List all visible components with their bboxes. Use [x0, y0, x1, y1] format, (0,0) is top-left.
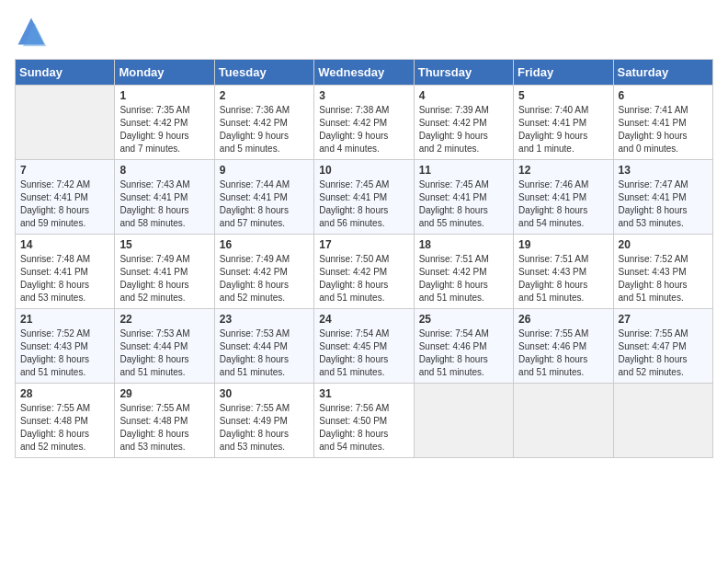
day-number: 16: [220, 238, 309, 251]
day-number: 9: [220, 164, 309, 177]
calendar-cell: [514, 384, 613, 458]
day-info: Sunrise: 7:38 AMSunset: 4:42 PMDaylight:…: [319, 104, 408, 155]
calendar-cell: 14Sunrise: 7:48 AMSunset: 4:41 PMDayligh…: [16, 235, 115, 309]
day-header-thursday: Thursday: [414, 60, 513, 86]
day-info: Sunrise: 7:42 AMSunset: 4:41 PMDaylight:…: [20, 178, 109, 230]
calendar-cell: 26Sunrise: 7:55 AMSunset: 4:46 PMDayligh…: [514, 309, 613, 384]
logo-icon: [15, 15, 48, 48]
day-number: 18: [419, 238, 508, 251]
day-info: Sunrise: 7:40 AMSunset: 4:41 PMDaylight:…: [518, 104, 608, 155]
day-header-tuesday: Tuesday: [214, 60, 313, 86]
calendar-cell: 17Sunrise: 7:50 AMSunset: 4:42 PMDayligh…: [314, 235, 414, 309]
day-number: 21: [20, 313, 109, 326]
day-number: 23: [220, 313, 309, 326]
logo: [15, 15, 51, 48]
day-number: 1: [119, 89, 209, 102]
day-number: 3: [319, 89, 408, 102]
calendar-cell: [613, 384, 712, 458]
day-number: 30: [220, 387, 309, 400]
day-info: Sunrise: 7:49 AMSunset: 4:41 PMDaylight:…: [119, 253, 209, 304]
day-number: 6: [619, 89, 708, 102]
day-info: Sunrise: 7:39 AMSunset: 4:42 PMDaylight:…: [419, 104, 508, 155]
calendar-cell: 23Sunrise: 7:53 AMSunset: 4:44 PMDayligh…: [214, 309, 313, 384]
day-info: Sunrise: 7:41 AMSunset: 4:41 PMDaylight:…: [619, 104, 708, 155]
day-number: 31: [319, 387, 408, 400]
calendar-cell: 18Sunrise: 7:51 AMSunset: 4:42 PMDayligh…: [414, 235, 513, 309]
calendar-cell: 5Sunrise: 7:40 AMSunset: 4:41 PMDaylight…: [514, 86, 613, 160]
day-number: 22: [119, 313, 209, 326]
day-info: Sunrise: 7:52 AMSunset: 4:43 PMDaylight:…: [20, 327, 109, 379]
day-header-wednesday: Wednesday: [314, 60, 414, 86]
day-number: 15: [119, 238, 209, 251]
calendar-cell: 28Sunrise: 7:55 AMSunset: 4:48 PMDayligh…: [16, 384, 115, 458]
day-number: 24: [319, 313, 408, 326]
day-info: Sunrise: 7:36 AMSunset: 4:42 PMDaylight:…: [220, 104, 309, 155]
day-info: Sunrise: 7:51 AMSunset: 4:42 PMDaylight:…: [419, 253, 508, 304]
day-number: 28: [20, 387, 109, 400]
calendar-week-1: 1Sunrise: 7:35 AMSunset: 4:42 PMDaylight…: [16, 86, 713, 160]
calendar-week-5: 28Sunrise: 7:55 AMSunset: 4:48 PMDayligh…: [16, 384, 713, 458]
day-info: Sunrise: 7:45 AMSunset: 4:41 PMDaylight:…: [419, 178, 508, 230]
calendar-week-4: 21Sunrise: 7:52 AMSunset: 4:43 PMDayligh…: [16, 309, 713, 384]
day-info: Sunrise: 7:46 AMSunset: 4:41 PMDaylight:…: [518, 178, 608, 230]
day-info: Sunrise: 7:45 AMSunset: 4:41 PMDaylight:…: [319, 178, 408, 230]
calendar-cell: 25Sunrise: 7:54 AMSunset: 4:46 PMDayligh…: [414, 309, 513, 384]
day-info: Sunrise: 7:35 AMSunset: 4:42 PMDaylight:…: [119, 104, 209, 155]
day-number: 4: [419, 89, 508, 102]
calendar-cell: 10Sunrise: 7:45 AMSunset: 4:41 PMDayligh…: [314, 160, 414, 235]
calendar-cell: 7Sunrise: 7:42 AMSunset: 4:41 PMDaylight…: [16, 160, 115, 235]
day-info: Sunrise: 7:49 AMSunset: 4:42 PMDaylight:…: [220, 253, 309, 304]
calendar-cell: 27Sunrise: 7:55 AMSunset: 4:47 PMDayligh…: [613, 309, 712, 384]
calendar-cell: 3Sunrise: 7:38 AMSunset: 4:42 PMDaylight…: [314, 86, 414, 160]
calendar-cell: 1Sunrise: 7:35 AMSunset: 4:42 PMDaylight…: [115, 86, 214, 160]
day-info: Sunrise: 7:47 AMSunset: 4:41 PMDaylight:…: [619, 178, 708, 230]
day-header-saturday: Saturday: [613, 60, 712, 86]
calendar-cell: [414, 384, 513, 458]
day-info: Sunrise: 7:55 AMSunset: 4:47 PMDaylight:…: [619, 327, 708, 379]
calendar-cell: 13Sunrise: 7:47 AMSunset: 4:41 PMDayligh…: [613, 160, 712, 235]
day-number: 19: [518, 238, 608, 251]
day-number: 14: [20, 238, 109, 251]
day-info: Sunrise: 7:51 AMSunset: 4:43 PMDaylight:…: [518, 253, 608, 304]
page-header: [15, 15, 713, 48]
calendar-cell: 2Sunrise: 7:36 AMSunset: 4:42 PMDaylight…: [214, 86, 313, 160]
day-number: 10: [319, 164, 408, 177]
day-info: Sunrise: 7:44 AMSunset: 4:41 PMDaylight:…: [220, 178, 309, 230]
calendar-cell: 20Sunrise: 7:52 AMSunset: 4:43 PMDayligh…: [613, 235, 712, 309]
day-header-monday: Monday: [115, 60, 214, 86]
day-number: 27: [619, 313, 708, 326]
day-number: 8: [119, 164, 209, 177]
day-number: 5: [518, 89, 608, 102]
calendar-cell: 29Sunrise: 7:55 AMSunset: 4:48 PMDayligh…: [115, 384, 214, 458]
day-info: Sunrise: 7:53 AMSunset: 4:44 PMDaylight:…: [119, 327, 209, 379]
day-header-sunday: Sunday: [16, 60, 115, 86]
day-info: Sunrise: 7:50 AMSunset: 4:42 PMDaylight:…: [319, 253, 408, 304]
day-info: Sunrise: 7:52 AMSunset: 4:43 PMDaylight:…: [619, 253, 708, 304]
day-number: 2: [220, 89, 309, 102]
day-info: Sunrise: 7:55 AMSunset: 4:48 PMDaylight:…: [119, 402, 209, 454]
day-number: 11: [419, 164, 508, 177]
calendar-cell: 22Sunrise: 7:53 AMSunset: 4:44 PMDayligh…: [115, 309, 214, 384]
calendar-cell: 16Sunrise: 7:49 AMSunset: 4:42 PMDayligh…: [214, 235, 313, 309]
day-info: Sunrise: 7:54 AMSunset: 4:46 PMDaylight:…: [419, 327, 508, 379]
day-info: Sunrise: 7:48 AMSunset: 4:41 PMDaylight:…: [20, 253, 109, 304]
day-info: Sunrise: 7:55 AMSunset: 4:48 PMDaylight:…: [20, 402, 109, 454]
calendar-cell: 19Sunrise: 7:51 AMSunset: 4:43 PMDayligh…: [514, 235, 613, 309]
day-number: 17: [319, 238, 408, 251]
day-info: Sunrise: 7:55 AMSunset: 4:49 PMDaylight:…: [220, 402, 309, 454]
day-number: 29: [119, 387, 209, 400]
day-number: 26: [518, 313, 608, 326]
calendar-cell: [16, 86, 115, 160]
calendar-cell: 4Sunrise: 7:39 AMSunset: 4:42 PMDaylight…: [414, 86, 513, 160]
calendar-cell: 12Sunrise: 7:46 AMSunset: 4:41 PMDayligh…: [514, 160, 613, 235]
day-info: Sunrise: 7:56 AMSunset: 4:50 PMDaylight:…: [319, 402, 408, 454]
calendar-week-3: 14Sunrise: 7:48 AMSunset: 4:41 PMDayligh…: [16, 235, 713, 309]
day-info: Sunrise: 7:54 AMSunset: 4:45 PMDaylight:…: [319, 327, 408, 379]
calendar-header-row: SundayMondayTuesdayWednesdayThursdayFrid…: [16, 60, 713, 86]
calendar-cell: 24Sunrise: 7:54 AMSunset: 4:45 PMDayligh…: [314, 309, 414, 384]
calendar-week-2: 7Sunrise: 7:42 AMSunset: 4:41 PMDaylight…: [16, 160, 713, 235]
day-number: 25: [419, 313, 508, 326]
day-number: 7: [20, 164, 109, 177]
calendar-cell: 8Sunrise: 7:43 AMSunset: 4:41 PMDaylight…: [115, 160, 214, 235]
day-info: Sunrise: 7:55 AMSunset: 4:46 PMDaylight:…: [518, 327, 608, 379]
